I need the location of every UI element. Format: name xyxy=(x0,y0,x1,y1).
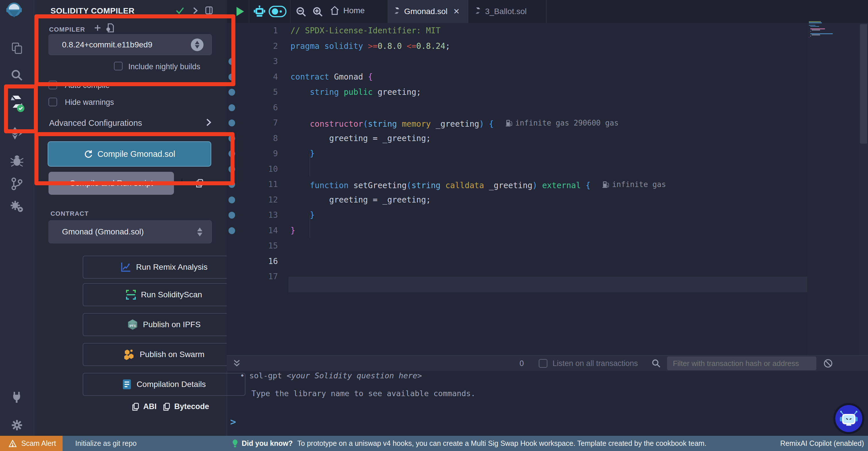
settings-gear-icon[interactable] xyxy=(6,417,28,434)
nightly-builds-checkbox[interactable] xyxy=(114,62,123,71)
gutter-dot[interactable] xyxy=(228,58,235,65)
terminal-prompt[interactable]: > xyxy=(230,416,236,427)
minimap-line xyxy=(810,26,819,27)
tab-gmonad-sol[interactable]: Gmonad.sol ✕ xyxy=(388,0,468,23)
debugger-icon[interactable] xyxy=(6,152,28,169)
tab-3-ballot-sol[interactable]: 3_Ballot.sol xyxy=(468,0,547,23)
gutter-dot[interactable] xyxy=(228,227,235,234)
publish-on-ipfs-button[interactable]: IPFS Publish on IPFS xyxy=(83,313,245,336)
gutter-dot[interactable] xyxy=(228,89,235,96)
git-branch-icon[interactable] xyxy=(6,175,28,193)
hide-warnings-checkbox[interactable] xyxy=(49,98,57,106)
remix-logo-icon[interactable] xyxy=(5,2,24,19)
gutter-dot[interactable] xyxy=(228,135,235,142)
tab-label: Gmonad.sol xyxy=(404,7,447,16)
home-tab-label: Home xyxy=(343,6,365,15)
status-bar: Scam Alert Initialize as git repo Did yo… xyxy=(0,436,868,451)
panel-chevron-right-icon[interactable] xyxy=(192,7,198,15)
clear-console-ban-icon[interactable] xyxy=(823,359,833,368)
minimap[interactable] xyxy=(807,23,859,355)
side-panel-solidity-compiler: SOLIDITY COMPILER COMPILER 0.8.24+commit… xyxy=(34,0,227,436)
compile-button[interactable]: Compile Gmonad.sol xyxy=(48,141,211,167)
auto-compile-checkbox[interactable] xyxy=(49,81,57,89)
init-git-repo-button[interactable]: Initialize as git repo xyxy=(75,439,136,448)
close-tab-icon[interactable]: ✕ xyxy=(453,7,460,16)
tab-home[interactable]: Home xyxy=(330,6,365,16)
copy-icon xyxy=(163,402,170,411)
minimap-line xyxy=(809,22,822,23)
publish-on-swarm-button[interactable]: Publish on Swarm xyxy=(83,343,245,366)
select-stepper-icon xyxy=(191,38,204,51)
ai-robot-icon[interactable] xyxy=(254,5,265,18)
listen-transactions-checkbox[interactable] xyxy=(539,359,547,368)
compiler-version-select[interactable]: 0.8.24+commit.e11b9ed9 xyxy=(49,34,212,55)
line-number: 14 xyxy=(252,226,278,235)
code-line-8: greeting = _greeting; xyxy=(290,133,431,144)
svg-text:IPFS: IPFS xyxy=(129,324,136,328)
file-explorer-icon[interactable] xyxy=(6,40,28,57)
gutter-dot[interactable] xyxy=(228,212,235,219)
compiler-file-badge-icon[interactable] xyxy=(106,23,115,33)
search-icon[interactable] xyxy=(6,67,28,84)
code-line-11: function setGreeting(string calldata _gr… xyxy=(290,179,666,191)
gutter-dot[interactable] xyxy=(228,150,235,157)
run-script-play-icon[interactable] xyxy=(236,6,245,17)
compile-and-run-button[interactable]: Compile and Run script xyxy=(49,172,174,195)
run-remix-analysis-button[interactable]: Run Remix Analysis xyxy=(83,256,245,279)
copilot-toggle-icon[interactable] xyxy=(269,6,286,17)
gutter-dot[interactable] xyxy=(228,104,235,111)
tip-text: To prototype on a uniswap v4 hooks, you … xyxy=(298,439,706,448)
line-number: 1 xyxy=(252,26,278,36)
copy-bytecode-link[interactable]: Bytecode xyxy=(163,402,209,411)
did-you-know-label: Did you know? xyxy=(242,439,293,448)
copy-script-icon[interactable] xyxy=(195,179,204,188)
minimap-line xyxy=(810,36,811,36)
info-icon[interactable]: i xyxy=(181,178,183,183)
scrollbar-thumb[interactable] xyxy=(860,24,867,144)
button-label: Run SolidityScan xyxy=(141,290,202,299)
zoom-in-icon[interactable] xyxy=(312,6,323,17)
expand-terminal-chevrons-icon[interactable] xyxy=(233,359,241,368)
minimap-line xyxy=(809,21,821,22)
deploy-run-icon[interactable] xyxy=(6,125,28,142)
terminal-search-icon[interactable] xyxy=(652,359,661,368)
refresh-icon xyxy=(84,150,92,158)
gutter-dot[interactable] xyxy=(228,196,235,203)
line-number: 10 xyxy=(252,164,278,174)
plugin-manager-icon[interactable] xyxy=(6,198,28,215)
run-solidityscan-button[interactable]: Run SolidityScan xyxy=(83,283,245,306)
transaction-filter-input[interactable] xyxy=(667,357,816,370)
gutter-dot[interactable] xyxy=(228,119,235,126)
compilation-details-button[interactable]: Compilation Details xyxy=(83,373,245,396)
panel-title: SOLIDITY COMPILER xyxy=(51,6,135,16)
code-line-13: } xyxy=(290,210,315,221)
swarm-icon xyxy=(124,349,135,360)
line-number: 3 xyxy=(252,57,278,66)
copilot-status-label: RemixAI Copilot (enabled) xyxy=(780,439,864,448)
contract-select[interactable]: Gmonad (Gmonad.sol) xyxy=(49,220,212,243)
scan-icon xyxy=(126,290,136,300)
compiler-version-value: 0.8.24+commit.e11b9ed9 xyxy=(62,40,152,49)
abi-label: ABI xyxy=(143,402,157,411)
solidity-compiler-icon[interactable] xyxy=(6,95,28,112)
code-line-1: // SPDX-License-Identifier: MIT xyxy=(290,25,441,36)
gutter-dot[interactable] xyxy=(228,181,235,188)
advanced-chevron-icon[interactable] xyxy=(206,118,212,126)
line-number: 16 xyxy=(252,256,278,266)
add-compiler-icon[interactable] xyxy=(94,24,101,32)
advanced-configurations-toggle[interactable]: Advanced Configurations xyxy=(49,118,142,128)
minimap-line xyxy=(810,31,811,32)
plug-icon[interactable] xyxy=(6,388,28,405)
copy-abi-link[interactable]: ABI xyxy=(132,402,157,411)
line-number: 7 xyxy=(252,118,278,128)
remix-ai-assistant-button[interactable] xyxy=(833,403,864,434)
scam-alert-badge[interactable]: Scam Alert xyxy=(0,436,63,451)
zoom-out-icon[interactable] xyxy=(296,6,307,17)
pin-panel-icon[interactable] xyxy=(205,6,213,15)
bytecode-label: Bytecode xyxy=(174,402,209,411)
code-line-9: } xyxy=(290,148,315,159)
gutter-dot[interactable] xyxy=(228,166,235,173)
gutter-dot[interactable] xyxy=(228,74,235,80)
contract-section-label: CONTRACT xyxy=(51,210,89,218)
compile-button-label: Compile Gmonad.sol xyxy=(98,149,175,159)
